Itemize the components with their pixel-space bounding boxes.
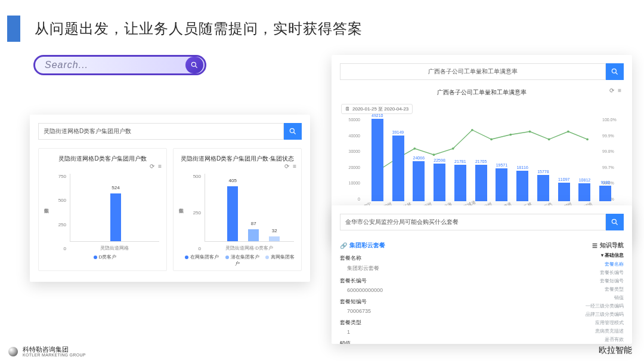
refresh-icon[interactable]: ⟳ (284, 163, 289, 170)
combo-chart: 50000400003000020000100000 100.0%99.9%99… (341, 118, 623, 219)
kb-nav-item[interactable]: 应用管理模式 (558, 319, 624, 326)
kb-nav-item[interactable]: 套餐长编号 (558, 269, 624, 276)
kb-field-label: 套餐长编号 (340, 277, 552, 285)
panel1-plot: 524 (70, 174, 159, 242)
kb-detail: 🔗集团彩云套餐 套餐名称集团彩云套餐套餐长编号600000000000套餐短编号… (340, 241, 552, 344)
kb-nav-item[interactable]: 套餐类型 (558, 286, 624, 293)
svg-point-17 (586, 138, 589, 140)
panel1-legend: D类客户 (44, 254, 162, 260)
kb-field-label: 销值 (340, 340, 552, 344)
combo-plot-area: 4921039149240662259821781217051957118116… (363, 118, 601, 201)
svg-point-16 (567, 130, 569, 133)
kb-nav-item[interactable]: 品牌三级分类编码 (558, 311, 624, 318)
svg-point-11 (471, 129, 473, 131)
svg-point-14 (529, 130, 531, 133)
accent-block (7, 16, 20, 42)
menu-icon[interactable]: ≡ (618, 87, 621, 94)
combo-bar (599, 186, 611, 201)
panel2-legend: 在网集团客户 潜在集团客户 离网集团客户 (178, 254, 296, 267)
rt-search-input[interactable] (340, 63, 606, 80)
card-left: 灵隐街道网格D类客户集团用户数 ⟳ ≡ 集团数 750 500 250 0 52… (30, 115, 310, 282)
svg-line-3 (294, 133, 296, 134)
kb-nav-item[interactable]: 患病类充描述 (558, 328, 624, 334)
kb-heading: 🔗集团彩云套餐 (340, 241, 552, 250)
svg-point-4 (612, 69, 616, 73)
combo-bar (413, 161, 425, 201)
card-right-bottom: 🔗集团彩云套餐 套餐名称集团彩云套餐套餐长编号600000000000套餐短编号… (332, 205, 632, 344)
svg-line-5 (616, 73, 618, 75)
kb-nav: ☰知识导航 ▾ 基础信息 套餐名称套餐长编号套餐短编号套餐类型销值一经三级分类编… (558, 241, 624, 344)
kb-nav-item[interactable]: 套餐名称 (558, 261, 624, 267)
svg-point-0 (191, 62, 196, 66)
panel1-tools: ⟳ ≡ (150, 163, 162, 170)
panel-users-status: 灵隐街道网格D类客户集团用户数·集团状态 ⟳ ≡ 集团数 500 250 0 4… (173, 148, 302, 271)
kb-nav-item[interactable]: 套餐短编号 (558, 278, 624, 284)
rt-title: 广西各子公司工单量和工单满意率 (332, 88, 632, 97)
combo-bar (496, 168, 507, 201)
card-left-search-input[interactable] (38, 123, 284, 140)
kb-nav-heading: ☰知识导航 (558, 241, 624, 250)
rb-search-button[interactable] (606, 214, 624, 230)
refresh-icon[interactable]: ⟳ (609, 87, 614, 94)
footer-right-text: 欧拉智能 (599, 345, 632, 356)
hero-search-placeholder: Search... (45, 60, 88, 70)
kb-nav-section: ▾ 基础信息 (558, 252, 624, 259)
panel2-tools: ⟳ ≡ (284, 163, 296, 170)
brand-name-cn: 科特勒咨询集团 (23, 346, 86, 353)
svg-point-10 (452, 147, 454, 150)
rt-search-button[interactable] (606, 63, 624, 80)
card-left-search-button[interactable] (284, 123, 302, 140)
kb-nav-item[interactable]: 是否有效 (558, 336, 624, 343)
rt-tools: ⟳ ≡ (609, 87, 621, 94)
footer-brand: 科特勒咨询集团 KOTLER MARKETING GROUP (8, 346, 86, 357)
svg-point-8 (413, 147, 416, 150)
rt-search (340, 63, 624, 80)
kb-nav-item[interactable]: 销值 (558, 294, 624, 301)
list-icon: ☰ (592, 242, 597, 249)
kb-nav-item[interactable]: 一经三级分类编码 (558, 303, 624, 309)
refresh-icon[interactable]: ⟳ (150, 163, 154, 170)
panel2-yaxis: 500 250 0 (187, 174, 201, 251)
rb-search-input[interactable] (340, 214, 606, 230)
combo-bar (392, 136, 404, 201)
kb-field-label: 套餐短编号 (340, 298, 552, 306)
combo-bar (371, 119, 383, 201)
calendar-icon: 🗓 (345, 106, 350, 112)
kb-field-label: 套餐类型 (340, 319, 552, 327)
combo-bar-label: 15778 (531, 170, 555, 174)
svg-point-15 (548, 138, 550, 140)
card-left-search (38, 123, 302, 140)
svg-point-9 (433, 153, 435, 156)
combo-bar (578, 183, 590, 201)
brand-logo-icon (8, 347, 18, 356)
kb-field-value: 600000000000 (347, 287, 552, 293)
hero-search[interactable]: Search... (33, 55, 206, 75)
bar-online (227, 186, 238, 241)
combo-bar (454, 165, 466, 201)
kb-field-value: 70006735 (347, 308, 552, 314)
panel2-plot: 405 87 32 (205, 174, 294, 242)
menu-icon[interactable]: ≡ (158, 163, 162, 170)
kb-field-value: 集团彩云套餐 (347, 264, 552, 272)
slide-title-row: 从问题出发，让业务人员随需提问，实时获得答案 (7, 16, 363, 42)
panel1-yaxis: 750 500 250 0 (52, 174, 66, 251)
link-icon: 🔗 (340, 242, 347, 249)
search-icon[interactable] (185, 57, 203, 73)
combo-bar (434, 164, 445, 201)
date-range-chip[interactable]: 🗓 2020-01-25 至 2020-04-23 (341, 104, 413, 114)
panel1-title: 灵隐街道网格D类客户集团用户数 (44, 155, 162, 163)
panel2-xlabel: 灵隐街道网格·D类客户 (205, 245, 294, 251)
svg-point-2 (290, 128, 294, 133)
slide-title: 从问题出发，让业务人员随需提问，实时获得答案 (35, 19, 363, 38)
rb-search (340, 214, 624, 230)
combo-bar-label: 9180 (593, 180, 617, 184)
svg-point-12 (490, 138, 493, 140)
kb-field-label: 套餐名称 (340, 254, 552, 262)
panel2-title: 灵隐街道网格D类客户集团用户数·集团状态 (178, 155, 296, 163)
menu-icon[interactable]: ≡ (293, 163, 296, 170)
panel1-xlabel: 灵隐街道网格 (70, 245, 159, 251)
svg-line-1 (196, 66, 197, 68)
bar-offline (269, 236, 280, 241)
svg-point-13 (509, 134, 512, 136)
bar-d-class-label: 524 (107, 185, 125, 190)
